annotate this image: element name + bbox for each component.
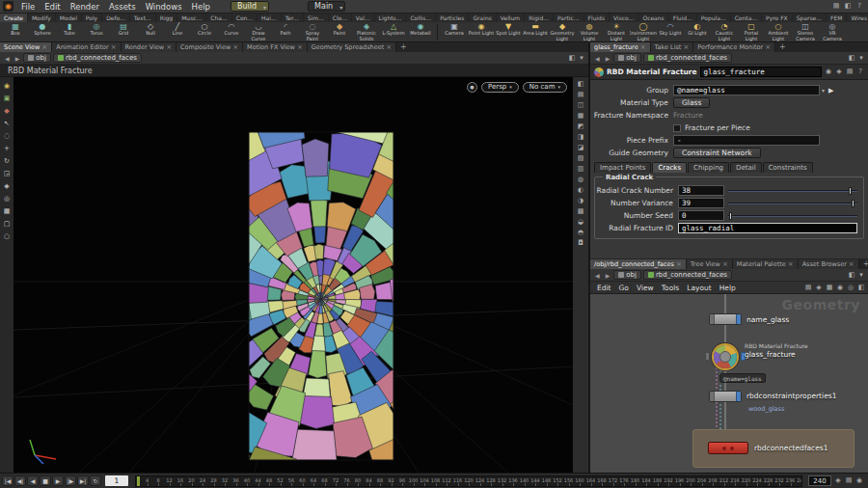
shelf-tab-sim[interactable]: Sim... xyxy=(304,14,329,22)
shelf-tab-cha[interactable]: Cha... xyxy=(206,14,231,22)
pane-tab-asset-browser[interactable]: Asset Browser× xyxy=(799,259,859,269)
node-flag-icon[interactable] xyxy=(722,447,726,450)
wireframe-icon[interactable]: ◨ xyxy=(577,133,584,142)
shelf-tool-platonic-solids[interactable]: ◈Platonic Solids xyxy=(353,22,380,42)
close-icon[interactable]: × xyxy=(722,260,728,268)
help-icon[interactable]: ? xyxy=(856,68,864,76)
play-button[interactable]: ▶ xyxy=(52,475,64,486)
shelf-tool-spot-light[interactable]: ▼Spot Light xyxy=(495,22,522,42)
camera-tool-icon[interactable]: ▢ xyxy=(3,220,11,229)
find-node-icon[interactable]: ◎ xyxy=(847,284,854,292)
pane-tab-motion-fx-view[interactable]: Motion FX View× xyxy=(243,42,308,52)
shelf-tool-portal-light[interactable]: ▢Portal Light xyxy=(738,22,765,42)
current-frame-field[interactable]: 1 xyxy=(105,475,128,486)
shelf-tool-sphere[interactable]: ●Sphere xyxy=(29,22,56,42)
pane-tab-animation-editor[interactable]: Animation Editor× xyxy=(52,42,121,52)
close-icon[interactable]: × xyxy=(232,43,238,51)
shelf-tool-l-system[interactable]: △L-System xyxy=(380,22,407,42)
shelf-tool-gi-light[interactable]: ◐GI Light xyxy=(684,22,711,42)
shelf-tab-sparse[interactable]: Sparse... xyxy=(793,14,827,22)
shelf-tab-musc[interactable]: Musc... xyxy=(177,14,206,22)
menu-help[interactable]: Help xyxy=(187,0,215,14)
net-menu-view[interactable]: View xyxy=(633,284,658,292)
group-dropdown-icon[interactable]: ▾ xyxy=(820,87,827,94)
shelf-tool-box[interactable]: ▦Box xyxy=(2,22,29,42)
shelf-tab-clo[interactable]: Clo... xyxy=(329,14,352,22)
go-to-end-button[interactable]: ▶| xyxy=(77,475,89,486)
node-flag-icon[interactable] xyxy=(705,352,710,361)
new-tab-icon[interactable]: + xyxy=(396,42,411,52)
shelf-tool-ambient-light[interactable]: ○Ambient Light xyxy=(765,22,792,42)
shelf-tool-line[interactable]: ╱Line xyxy=(164,22,191,42)
realtime-toggle-icon[interactable]: ◉ xyxy=(855,476,863,485)
close-icon[interactable]: × xyxy=(765,43,771,51)
number-seed-field[interactable]: 0 xyxy=(678,210,724,221)
group-field[interactable]: @name=glass xyxy=(673,85,820,95)
shelf-tab-poly[interactable]: Poly xyxy=(82,14,102,22)
radial-crack-number-slider[interactable] xyxy=(728,186,857,196)
slider-handle[interactable] xyxy=(852,200,854,207)
shelf-tab-fluid[interactable]: Fluid... xyxy=(669,14,697,22)
color-palette-icon[interactable]: ◉ xyxy=(836,284,844,292)
shelf-tool-torus[interactable]: ◎Torus xyxy=(83,22,110,42)
pane-menu-icon[interactable]: ▾ xyxy=(857,54,865,63)
step-forward-button[interactable]: |▶ xyxy=(65,475,76,486)
shelf-tab-create[interactable]: Create xyxy=(0,14,28,22)
node-name-field[interactable]: glass_fracture xyxy=(700,67,822,77)
shelf-tab-visco[interactable]: Visco... xyxy=(610,14,638,22)
background-icon[interactable]: ◓ xyxy=(577,229,584,237)
shelf-tab-popula[interactable]: Popula... xyxy=(697,14,731,22)
pane-menu-icon[interactable]: ▾ xyxy=(857,271,865,280)
shelf-tab-hai[interactable]: Hai... xyxy=(258,14,282,22)
light-tool-icon[interactable]: ○ xyxy=(3,232,11,241)
compare-icon[interactable]: ◈ xyxy=(835,68,843,76)
shelf-tab-val[interactable]: Val... xyxy=(352,14,375,22)
shelf-tab-conta[interactable]: Conta... xyxy=(731,14,762,22)
shelf-tool-caustic-light[interactable]: ◔Caustic Light xyxy=(711,22,738,42)
gear-icon[interactable]: ◉ xyxy=(825,68,832,76)
select-geometry-icon[interactable]: ▶ xyxy=(828,87,833,95)
slider-handle[interactable] xyxy=(849,187,852,195)
path-chip-rbd-connected-faces[interactable]: rbd_connected_faces xyxy=(643,270,732,280)
smooth-shade-icon[interactable]: ◪ xyxy=(577,144,584,152)
camera-menu-button[interactable]: No cam ▾ xyxy=(523,82,567,93)
net-snap-icon[interactable]: ◈ xyxy=(815,284,823,292)
shelf-tab-model[interactable]: Model xyxy=(56,14,82,22)
shelf-tab-rigid[interactable]: Rigid... xyxy=(525,14,554,22)
display-flag-icon[interactable] xyxy=(736,314,741,324)
shading-icon[interactable]: ◩ xyxy=(577,122,584,131)
close-icon[interactable]: × xyxy=(788,260,794,268)
material-type-dropdown[interactable]: Glass xyxy=(673,97,710,108)
shelf-tool-null[interactable]: ◇Null xyxy=(137,22,164,42)
show-controls-icon[interactable]: ◉ xyxy=(3,82,11,91)
shelf-tab-fem[interactable]: FEM xyxy=(827,14,847,22)
shelf-tool-geometry-light[interactable]: ◆Geometry Light xyxy=(549,22,576,42)
forward-icon[interactable]: ▶ xyxy=(14,55,22,62)
node-rbdconnectedfaces[interactable] xyxy=(708,442,748,454)
menu-render[interactable]: Render xyxy=(66,0,104,14)
back-icon[interactable]: ◀ xyxy=(593,55,602,62)
menu-file[interactable]: File xyxy=(16,0,40,14)
grid-display-icon[interactable]: ▦ xyxy=(577,112,584,121)
presets-icon[interactable]: ▤ xyxy=(846,68,854,76)
construction-plane-icon[interactable]: ▦ xyxy=(3,207,11,216)
piece-prefix-field[interactable]: - xyxy=(673,135,820,146)
param-tab-constraints[interactable]: Constraints xyxy=(763,162,813,173)
close-icon[interactable]: × xyxy=(849,260,854,268)
pane-tab-material-palette[interactable]: Material Palette× xyxy=(733,259,799,269)
shelf-tab-oceans[interactable]: Oceans xyxy=(638,14,668,22)
path-chip-rbd-connected-faces[interactable]: rbd_connected_faces xyxy=(643,53,732,63)
node-rbdconstraintproperties[interactable] xyxy=(709,391,742,402)
pane-tab-render-view[interactable]: Render View× xyxy=(122,42,177,52)
shelf-tool-area-light[interactable]: ▬Area Light xyxy=(522,22,549,42)
play-reverse-button[interactable]: ◀ xyxy=(27,475,39,486)
shelf-tab-wires[interactable]: Wires xyxy=(847,14,868,22)
number-seed-slider[interactable] xyxy=(728,211,857,221)
handles-icon[interactable]: ◈ xyxy=(3,182,11,191)
node-glass-fracture[interactable] xyxy=(714,345,737,368)
close-icon[interactable]: × xyxy=(297,43,303,51)
shelf-tool-stereo-camera[interactable]: ◫Stereo Camera xyxy=(792,22,819,42)
view-menu-button[interactable]: Persp ▾ xyxy=(481,82,519,93)
menu-assets[interactable]: Assets xyxy=(104,0,141,14)
new-tab-icon[interactable]: + xyxy=(775,42,790,52)
